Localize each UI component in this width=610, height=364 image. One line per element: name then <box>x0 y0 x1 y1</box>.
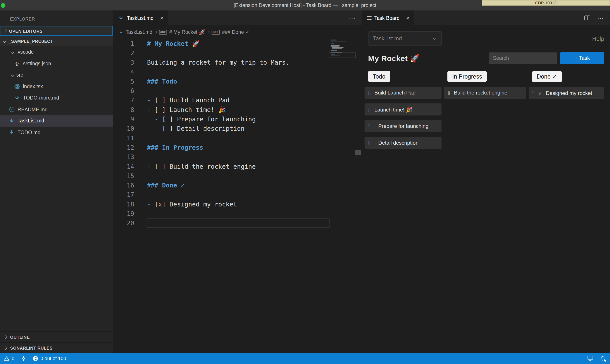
commit-indicator[interactable] <box>21 356 26 361</box>
code-line[interactable]: 12### In Progress <box>113 143 362 152</box>
code-line[interactable]: 14- [ ] Build the rocket engine <box>113 162 362 171</box>
symbol-string-icon: abc <box>159 30 167 34</box>
task-card[interactable]: ⣿Detail description <box>365 137 442 149</box>
outline-label: OUTLINE <box>10 335 30 339</box>
board-column-done-: Done ✓⣿✓Designed my rocket <box>529 71 604 149</box>
code-line[interactable]: 3Building a rocket for my trip to Mars. <box>113 58 362 67</box>
task-card[interactable]: ⣿Prepare for launching <box>365 120 442 132</box>
file-label: TODO-more.md <box>23 95 59 101</box>
chevron-right-icon <box>4 346 8 350</box>
column-header[interactable]: In Progress <box>448 71 487 82</box>
problems-count: 0 <box>12 356 14 361</box>
open-editors-header[interactable]: OPEN EDITORS <box>0 26 113 36</box>
code-line[interactable]: 5### Todo <box>113 77 362 86</box>
tree-item-index-tsx[interactable]: index.tsx <box>0 81 113 92</box>
markdown-icon <box>9 130 15 135</box>
tab-tasklist-md[interactable]: TaskList.md × <box>113 11 168 25</box>
column-header[interactable]: Done ✓ <box>532 71 562 82</box>
line-number: 16 <box>113 182 134 189</box>
sonarlint-label: SONARLINT RULES <box>10 345 53 350</box>
scrollbar-thumb[interactable] <box>355 150 361 155</box>
tree-item-todo-md[interactable]: TODO.md <box>0 127 113 138</box>
breadcrumb-item[interactable]: abc### Done ✓ <box>212 29 250 35</box>
tree-item-src[interactable]: src <box>0 69 113 81</box>
code-line[interactable]: 18- [x] Designed my rocket <box>113 199 362 209</box>
tab-task-board[interactable]: Task Board × <box>362 11 414 25</box>
task-card[interactable]: ⣿Build Launch Pad <box>365 87 442 99</box>
tree-item-readme-md[interactable]: iREADME.md <box>0 104 113 115</box>
code-line[interactable]: 4 <box>113 67 362 77</box>
split-editor-icon[interactable] <box>584 15 590 20</box>
more-actions-icon[interactable]: ⋯ <box>597 14 604 22</box>
minimap[interactable] <box>331 40 353 58</box>
close-icon[interactable]: × <box>406 15 410 21</box>
breadcrumb-item[interactable]: abc# My Rocket 🚀 <box>159 29 205 35</box>
code-line[interactable]: 6 <box>113 86 362 96</box>
project-root-header[interactable]: _SAMPLE_PROJECT <box>0 36 113 46</box>
tree-item-tasklist-md[interactable]: TaskList.md <box>0 115 113 127</box>
line-number: 1 <box>113 40 134 47</box>
screencast-icon[interactable] <box>587 355 593 362</box>
tree-item-todo-more-md[interactable]: TODO-more.md <box>0 92 113 104</box>
tree-item-settings-json[interactable]: {}settings.json <box>0 58 113 69</box>
add-task-button[interactable]: + Task <box>560 52 604 64</box>
code-text: ### In Progress <box>147 144 203 151</box>
open-editors-label: OPEN EDITORS <box>9 29 43 33</box>
react-icon <box>14 84 20 90</box>
code-line[interactable]: 1# My Rocket 🚀 <box>113 39 362 48</box>
code-text: # My Rocket 🚀 <box>147 40 200 47</box>
markdown-icon <box>118 15 124 20</box>
sonarlint-status[interactable]: 0 out of 100 <box>33 356 66 361</box>
file-label: settings.json <box>23 61 51 66</box>
sidebar-bottom-sections: OUTLINE SONARLINT RULES <box>0 331 113 353</box>
outline-header[interactable]: OUTLINE <box>0 331 113 342</box>
code-line[interactable]: 2 <box>113 48 362 58</box>
column-header[interactable]: Todo <box>368 71 390 82</box>
file-label: src <box>16 72 23 78</box>
code-lines[interactable]: 1# My Rocket 🚀23Building a rocket for my… <box>113 39 362 228</box>
more-actions-icon[interactable]: ⋯ <box>349 14 356 22</box>
session-badge: CDP-10313 <box>482 0 610 6</box>
tree-item--vscode[interactable]: .vscode <box>0 46 113 58</box>
code-line[interactable]: 11 <box>113 133 362 143</box>
code-line[interactable]: 17 <box>113 190 362 199</box>
task-card[interactable]: ⣿Launch time! 🎉 <box>365 104 442 116</box>
code-line[interactable]: 13 <box>113 152 362 162</box>
drag-handle-icon[interactable]: ⣿ <box>368 124 371 128</box>
search-input[interactable] <box>489 52 557 64</box>
minimap-region-highlight <box>329 52 356 58</box>
code-text: - [ ] Build Launch Pad <box>147 97 230 104</box>
line-number: 3 <box>113 59 134 66</box>
code-line[interactable]: 10 - [ ] Detail description <box>113 124 362 133</box>
drag-handle-icon[interactable]: ⣿ <box>448 91 451 95</box>
drag-handle-icon[interactable]: ⣿ <box>368 91 371 95</box>
problems-indicator[interactable]: 0 <box>4 356 14 361</box>
help-link[interactable]: Help <box>592 35 604 42</box>
close-icon[interactable]: × <box>160 15 163 21</box>
json-icon: {} <box>14 61 20 66</box>
code-editor[interactable]: 1# My Rocket 🚀23Building a rocket for my… <box>113 39 362 353</box>
drag-handle-icon[interactable]: ⣿ <box>532 91 535 95</box>
code-line[interactable]: 8- [ ] Launch time! 🎉 <box>113 105 362 114</box>
sonarlint-rules-header[interactable]: SONARLINT RULES <box>0 342 113 353</box>
drag-handle-icon[interactable]: ⣿ <box>368 141 371 145</box>
file-select-dropdown[interactable]: TaskList.md <box>368 31 442 45</box>
task-card-label: Build the rocket engine <box>454 90 507 96</box>
drag-handle-icon[interactable]: ⣿ <box>368 108 371 112</box>
breadcrumb-item[interactable]: TaskList.md <box>119 29 152 35</box>
code-line[interactable]: 15 <box>113 171 362 181</box>
code-text: ### Todo <box>147 78 177 85</box>
code-line[interactable]: 19 <box>113 209 362 218</box>
notifications-bell-icon[interactable] <box>600 356 605 362</box>
file-label: index.tsx <box>23 84 43 90</box>
list-icon <box>367 16 371 20</box>
code-line[interactable]: 9 - [ ] Prepare for launching <box>113 115 362 124</box>
code-line[interactable]: 7- [ ] Build Launch Pad <box>113 96 362 105</box>
chevron-down-icon <box>10 73 14 77</box>
task-card[interactable]: ⣿Build the rocket engine <box>444 87 526 99</box>
task-card[interactable]: ⣿✓Designed my rocket <box>529 87 604 99</box>
code-line[interactable]: 20 <box>113 219 362 228</box>
code-text: - [ ] Prepare for launching <box>147 116 256 123</box>
code-line[interactable]: 16### Done ✓ <box>113 181 362 190</box>
file-tree: .vscode{}settings.jsonsrcindex.tsxTODO-m… <box>0 46 113 138</box>
